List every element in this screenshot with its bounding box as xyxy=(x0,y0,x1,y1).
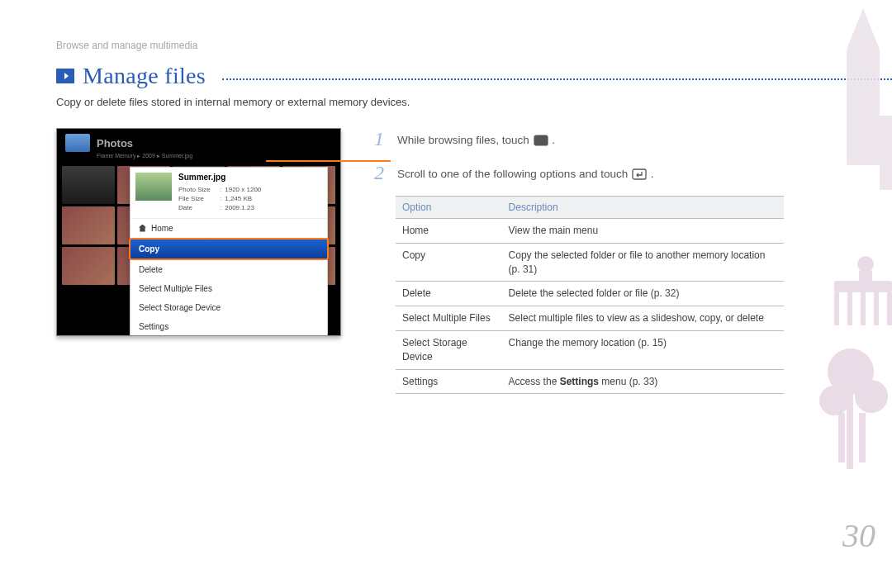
thumbnail xyxy=(62,166,115,204)
step-number: 1 xyxy=(374,128,387,150)
table-cell-description: Access the Settings menu (p. 33) xyxy=(502,369,784,394)
svg-rect-1 xyxy=(537,138,539,143)
table-cell-option: Copy xyxy=(396,243,502,282)
popup-meta-row: Date:2009.1.23 xyxy=(178,203,322,212)
table-cell-description: Copy the selected folder or file to anot… xyxy=(502,243,784,282)
page-container: Browse and manage multimedia Manage file… xyxy=(0,0,892,588)
enter-icon xyxy=(632,168,647,180)
table-row: HomeView the main menu xyxy=(396,219,784,244)
step-text: Scroll to one of the following options a… xyxy=(397,162,653,183)
page-number: 30 xyxy=(842,516,875,555)
table-row: SettingsAccess the Settings menu (p. 33) xyxy=(396,369,784,394)
step-text: While browsing files, touch . xyxy=(397,128,555,149)
table-cell-option: Settings xyxy=(396,369,502,394)
popup-filename: Summer.jpg xyxy=(178,173,322,182)
svg-rect-21 xyxy=(859,413,866,462)
title-row: Manage files xyxy=(56,63,892,89)
table-cell-description: Select multiple files to view as a slide… xyxy=(502,306,784,331)
table-row: Select Storage DeviceChange the memory l… xyxy=(396,330,784,369)
photos-app-icon xyxy=(65,134,90,152)
popup-item-home[interactable]: Home xyxy=(130,219,327,238)
popup-thumbnail xyxy=(135,173,172,201)
options-popup: Summer.jpg Photo Size:1920 x 1200 File S… xyxy=(130,167,328,336)
decorative-dots xyxy=(222,78,892,80)
popup-item-select-multiple[interactable]: Select Multiple Files xyxy=(130,279,327,298)
svg-rect-3 xyxy=(543,138,546,143)
table-cell-option: Home xyxy=(396,219,502,244)
screenshot-title: Photos xyxy=(57,129,340,153)
thumbnail xyxy=(62,247,115,285)
table-cell-description: Delete the selected folder or file (p. 3… xyxy=(502,282,784,306)
steps-column: 1 While browsing files, touch . 2 Scroll… xyxy=(374,128,787,394)
table-cell-option: Select Multiple Files xyxy=(396,306,502,331)
table-cell-description: View the main menu xyxy=(502,219,784,244)
popup-meta-row: File Size:1,245 KB xyxy=(178,194,322,203)
svg-rect-20 xyxy=(838,413,845,462)
table-cell-description: Change the memory location (p. 15) xyxy=(502,330,784,369)
table-header-description: Description xyxy=(502,197,784,219)
table-cell-option: Delete xyxy=(396,282,502,306)
svg-rect-2 xyxy=(540,138,543,143)
popup-meta-row: Photo Size:1920 x 1200 xyxy=(178,185,322,194)
popup-metadata: Summer.jpg Photo Size:1920 x 1200 File S… xyxy=(178,173,322,213)
options-table: Option Description HomeView the main men… xyxy=(396,196,784,394)
table-cell-option: Select Storage Device xyxy=(396,330,502,369)
breadcrumb: Browse and manage multimedia xyxy=(56,40,892,51)
step-number: 2 xyxy=(374,162,387,184)
callout-line xyxy=(266,160,391,162)
content-row: Photos Frame Memory ▸ 2009 ▸ Summer.jpg xyxy=(56,128,892,394)
popup-item-settings[interactable]: Settings xyxy=(130,317,327,336)
page-title: Manage files xyxy=(83,63,206,89)
popup-item-delete[interactable]: Delete xyxy=(130,260,327,279)
table-row: Select Multiple FilesSelect multiple fil… xyxy=(396,306,784,331)
popup-item-copy[interactable]: Copy xyxy=(129,238,329,260)
table-row: DeleteDelete the selected folder or file… xyxy=(396,282,784,306)
svg-rect-4 xyxy=(633,169,646,179)
screenshot-breadcrumb: Frame Memory ▸ 2009 ▸ Summer.jpg xyxy=(57,153,340,164)
popup-item-select-storage[interactable]: Select Storage Device xyxy=(130,298,327,317)
svg-rect-19 xyxy=(847,395,853,469)
step-2: 2 Scroll to one of the following options… xyxy=(374,162,787,184)
step-1: 1 While browsing files, touch . xyxy=(374,128,787,150)
table-row: CopyCopy the selected folder or file to … xyxy=(396,243,784,282)
thumbnail xyxy=(62,206,115,244)
arrow-box-icon xyxy=(56,69,74,83)
page-subtitle: Copy or delete files stored in internal … xyxy=(56,96,892,108)
device-screenshot: Photos Frame Memory ▸ 2009 ▸ Summer.jpg xyxy=(56,128,341,336)
menu-icon xyxy=(534,135,548,146)
popup-header: Summer.jpg Photo Size:1920 x 1200 File S… xyxy=(130,168,327,219)
table-header-option: Option xyxy=(396,197,502,219)
home-icon xyxy=(139,225,146,232)
